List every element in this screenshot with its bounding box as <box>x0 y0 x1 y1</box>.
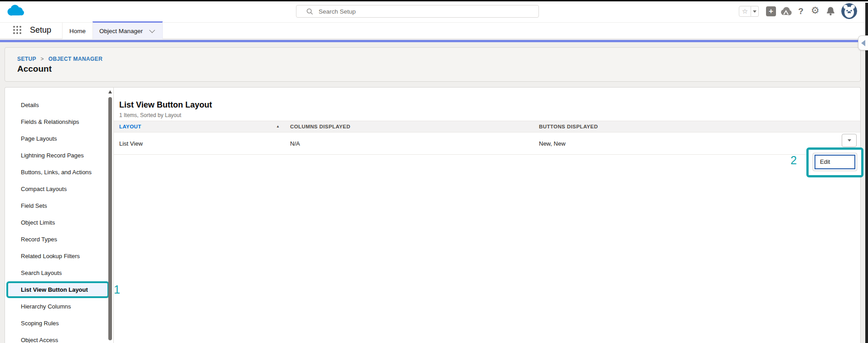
scrollbar-up-arrow[interactable] <box>108 90 112 93</box>
favorites-group: ☆ <box>739 6 759 17</box>
favorites-caret-icon[interactable] <box>751 6 759 17</box>
sidebar-item-lightning-record-pages[interactable]: Lightning Record Pages <box>5 147 113 164</box>
cell-columns-displayed: N/A <box>290 140 539 147</box>
annotation-step-2: 2 <box>790 154 797 167</box>
panel-subtitle: 1 Items, Sorted by Layout <box>119 112 860 119</box>
sidebar-item-buttons-links-and-actions[interactable]: Buttons, Links, and Actions <box>5 164 113 181</box>
search-setup-box <box>296 5 539 18</box>
search-icon <box>306 8 313 15</box>
sidebar-item-details[interactable]: Details <box>5 97 113 113</box>
breadcrumb-object-manager-link[interactable]: OBJECT MANAGER <box>48 56 103 62</box>
global-header: ☆ + ? ⚙ <box>0 1 868 23</box>
window-right-edge <box>865 3 868 343</box>
caret-down-icon <box>848 139 851 142</box>
bell-icon[interactable] <box>826 6 835 18</box>
annotation-step-1: 1 <box>114 283 120 296</box>
column-header-layout-label: LAYOUT <box>119 124 141 129</box>
nav-tabs: Home Object Manager <box>62 23 163 39</box>
sidebar-scrollbar <box>108 88 112 342</box>
annotation-step-2-box: Edit <box>806 147 863 177</box>
object-manager-card: DetailsFields & RelationshipsPage Layout… <box>5 87 861 343</box>
sidebar-item-page-layouts[interactable]: Page Layouts <box>5 130 113 147</box>
help-icon[interactable]: ? <box>798 6 804 16</box>
chevron-down-icon[interactable] <box>149 27 155 33</box>
column-header-layout[interactable]: LAYOUT ▲ <box>114 124 290 129</box>
brand-divider-line <box>0 40 868 42</box>
table-header-row: LAYOUT ▲ COLUMNS DISPLAYED BUTTONS DISPL… <box>114 121 860 132</box>
app-name-setup: Setup <box>30 25 51 35</box>
list-view-button-layout-panel: List View Button Layout 1 Items, Sorted … <box>114 88 860 343</box>
row-actions-menu: Edit <box>813 153 857 171</box>
table-row: List View N/A New, New <box>114 132 860 155</box>
app-launcher-icon[interactable] <box>13 26 23 36</box>
sidebar-item-compact-layouts[interactable]: Compact Layouts <box>5 181 113 197</box>
menu-item-edit[interactable]: Edit <box>815 155 855 169</box>
search-input[interactable] <box>319 8 538 15</box>
cell-buttons-displayed: New, New <box>539 140 860 147</box>
sidebar-item-list: DetailsFields & RelationshipsPage Layout… <box>5 97 113 343</box>
setup-nav-bar: Setup Home Object Manager <box>0 23 868 39</box>
sidebar-item-related-lookup-filters[interactable]: Related Lookup Filters <box>5 248 113 265</box>
sidebar-item-field-sets[interactable]: Field Sets <box>5 197 113 214</box>
user-avatar[interactable] <box>841 3 857 19</box>
scrollbar-thumb[interactable] <box>108 97 112 340</box>
sidebar-item-scoping-rules[interactable]: Scoping Rules <box>5 315 113 332</box>
page-title: Account <box>17 64 860 74</box>
sidebar-item-list-view-button-layout[interactable]: List View Button Layout <box>6 281 109 298</box>
row-actions-dropdown-button[interactable] <box>842 134 857 147</box>
cell-layout[interactable]: List View <box>114 140 290 147</box>
trailhead-icon[interactable] <box>780 6 792 19</box>
quick-add-icon[interactable]: + <box>766 6 776 16</box>
sidebar-item-search-layouts[interactable]: Search Layouts <box>5 265 113 281</box>
sidebar-item-fields-relationships[interactable]: Fields & Relationships <box>5 113 113 130</box>
salesforce-setup-screen: ☆ + ? ⚙ <box>0 0 868 343</box>
sort-ascending-icon: ▲ <box>276 124 280 128</box>
edge-collapse-tab[interactable] <box>858 35 868 50</box>
breadcrumb-setup-link[interactable]: SETUP <box>17 56 36 62</box>
sidebar-item-object-access[interactable]: Object Access <box>5 332 113 343</box>
tab-object-manager[interactable]: Object Manager <box>92 21 163 39</box>
sidebar-item-object-limits[interactable]: Object Limits <box>5 214 113 231</box>
arrow-left-icon <box>861 40 865 46</box>
column-header-columns-displayed: COLUMNS DISPLAYED <box>290 124 539 129</box>
sidebar-item-record-types[interactable]: Record Types <box>5 231 113 248</box>
star-icon[interactable]: ☆ <box>739 6 751 17</box>
salesforce-cloud-logo[interactable] <box>6 4 24 19</box>
object-sidebar: DetailsFields & RelationshipsPage Layout… <box>5 88 114 343</box>
breadcrumb: SETUP > OBJECT MANAGER <box>17 56 860 62</box>
window-top-edge <box>0 0 868 1</box>
gear-icon[interactable]: ⚙ <box>811 5 820 16</box>
column-header-buttons-displayed: BUTTONS DISPLAYED <box>539 124 860 129</box>
sidebar-item-hierarchy-columns[interactable]: Hierarchy Columns <box>5 298 113 315</box>
breadcrumb-separator: > <box>41 56 44 62</box>
panel-title: List View Button Layout <box>119 100 860 110</box>
page-header-card: SETUP > OBJECT MANAGER Account <box>5 47 861 82</box>
tab-home[interactable]: Home <box>62 23 92 39</box>
tab-object-manager-label: Object Manager <box>99 28 143 34</box>
